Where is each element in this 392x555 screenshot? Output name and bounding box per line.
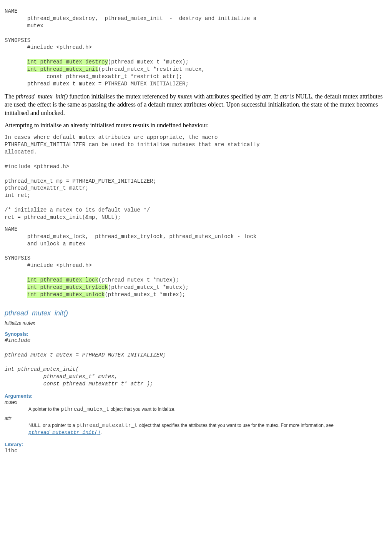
doc-synopsis-code: #include pthread_mutex_t mutex = PTHREAD… xyxy=(5,337,387,388)
library-value: libc xyxy=(5,447,387,455)
library-heading: Library: xyxy=(5,442,387,447)
highlight-unlock: int pthread_mutex_unlock xyxy=(27,292,105,298)
arg-attr-name: attr xyxy=(5,416,387,421)
paragraph-2: Attempting to initialise an already init… xyxy=(5,121,387,130)
name-text: pthread_mutex_destroy, pthread_mutex_ini… xyxy=(5,15,256,29)
doc-subtitle: Initialize mutex xyxy=(5,320,387,326)
after-hl1: (pthread_mutex_t *mutex); xyxy=(108,59,189,65)
arg-attr-desc: NULL, or a pointer to a pthread_mutexatt… xyxy=(28,422,387,437)
name-text-2: pthread_mutex_lock, pthread_mutex_tryloc… xyxy=(5,233,256,247)
highlight-init: int pthread_mutex_init xyxy=(27,66,98,72)
include-line-2: #include <pthread.h> xyxy=(5,262,92,268)
synopsis-line3: const pthread_mutexattr_t *restrict attr… xyxy=(5,73,182,80)
arguments-heading: Arguments: xyxy=(5,393,387,399)
code-block-example: In cases where default mutex attributes … xyxy=(5,134,387,221)
arg-mutex-name: mutex xyxy=(5,400,387,405)
arguments-list: mutex A pointer to the pthread_mutex_t o… xyxy=(5,400,387,436)
synopsis-line4: pthread_mutex_t mutex = PTHREAD_MUTEX_IN… xyxy=(5,81,189,87)
man1-name: NAME pthread_mutex_destroy, pthread_mute… xyxy=(5,8,387,88)
mutexattr-init-link[interactable]: pthread_mutexattr_init() xyxy=(28,430,100,435)
name-label: NAME xyxy=(5,8,18,14)
include-line: #include <pthread.h> xyxy=(5,44,92,50)
arg-mutex-desc: A pointer to the pthread_mutex_t object … xyxy=(28,406,387,413)
doc-heading: pthread_mutex_init() xyxy=(5,309,387,317)
synopsis-heading: Synopsis: xyxy=(5,331,387,337)
name-label-2: NAME xyxy=(5,226,18,232)
highlight-lock: int pthread_mutex_lock xyxy=(27,277,98,283)
man2-block: NAME pthread_mutex_lock, pthread_mutex_t… xyxy=(5,226,387,298)
synopsis-label: SYNOPSIS xyxy=(5,37,30,43)
paragraph-1: The pthread_mutex_init() function initia… xyxy=(5,92,387,117)
after-hl2: (pthread_mutex_t *restrict mutex, xyxy=(98,66,205,72)
highlight-destroy: int pthread_mutex_destroy xyxy=(27,59,108,65)
highlight-trylock: int pthread_mutex_trylock xyxy=(27,284,108,290)
synopsis-label-2: SYNOPSIS xyxy=(5,255,30,261)
